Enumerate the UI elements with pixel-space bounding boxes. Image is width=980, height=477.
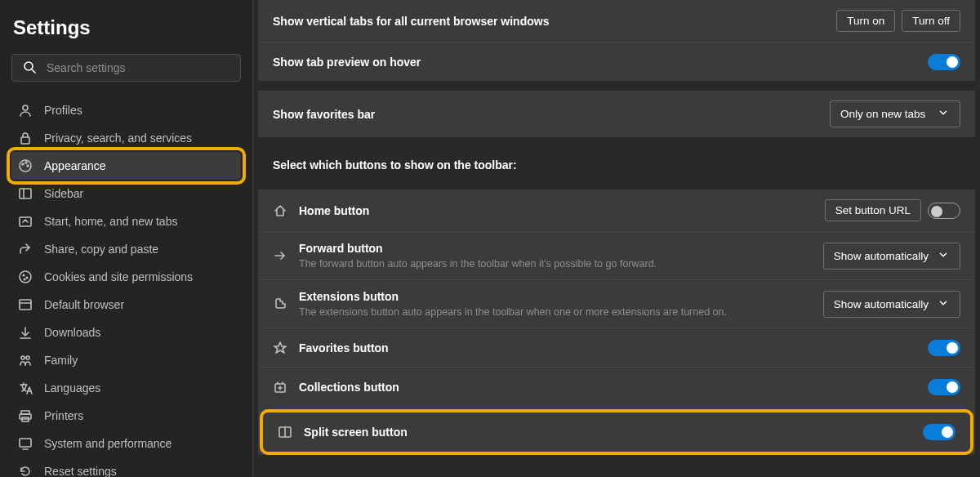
toolbar-row-home-button: Home button Set button URL bbox=[258, 189, 975, 231]
toolbar-buttons-list: Home button Set button URL Forward butto… bbox=[258, 189, 975, 455]
toolbar-row-favorites-button: Favorites button bbox=[258, 328, 975, 367]
star-icon bbox=[273, 341, 287, 355]
row-description: The extensions button auto appears in th… bbox=[299, 306, 812, 318]
tab-preview-toggle[interactable] bbox=[928, 54, 960, 70]
sidebar-item-start-home-and-new-tabs[interactable]: Start, home, and new tabs bbox=[11, 207, 241, 235]
languages-icon bbox=[18, 381, 33, 395]
settings-sidebar: Settings Profiles Privacy, search, and s… bbox=[0, 0, 253, 477]
settings-title: Settings bbox=[13, 16, 241, 39]
row-description: The forward button auto appears in the t… bbox=[299, 258, 812, 270]
favorites-button-toggle[interactable] bbox=[928, 340, 960, 356]
highlight-box: Split screen button bbox=[260, 409, 973, 455]
sidebar-item-label: Profiles bbox=[44, 104, 82, 117]
vertical-tabs-row: Show vertical tabs for all current brows… bbox=[258, 0, 975, 42]
turn-off-button[interactable]: Turn off bbox=[902, 10, 960, 32]
sidebar-item-label: Family bbox=[44, 354, 78, 367]
sidebar-item-reset-settings[interactable]: Reset settings bbox=[11, 457, 241, 477]
forward-icon bbox=[273, 248, 287, 263]
row-title: Home button bbox=[299, 204, 813, 217]
sidebar-item-label: Appearance bbox=[44, 159, 106, 172]
sidebar-item-sidebar[interactable]: Sidebar bbox=[11, 180, 241, 207]
toolbar-section-header: Select which buttons to show on the tool… bbox=[258, 147, 975, 180]
sidebar-item-share-copy-and-paste[interactable]: Share, copy and paste bbox=[11, 235, 241, 263]
split-screen-icon bbox=[278, 425, 292, 439]
turn-on-button[interactable]: Turn on bbox=[836, 10, 895, 32]
system-icon bbox=[18, 436, 33, 451]
sidebar-item-label: Sidebar bbox=[44, 187, 83, 200]
family-icon bbox=[18, 353, 33, 368]
sidebar-item-profiles[interactable]: Profiles bbox=[11, 96, 241, 124]
collections-icon bbox=[273, 380, 287, 395]
download-icon bbox=[18, 325, 33, 340]
sidebar-item-printers[interactable]: Printers bbox=[11, 402, 241, 430]
select-value: Show automatically bbox=[834, 298, 929, 310]
vertical-tabs-label: Show vertical tabs for all current brows… bbox=[273, 15, 825, 28]
favorites-bar-value: Only on new tabs bbox=[840, 108, 925, 120]
sidebar-item-label: Default browser bbox=[44, 298, 124, 311]
lock-icon bbox=[18, 131, 33, 145]
favorites-bar-select[interactable]: Only on new tabs bbox=[830, 100, 960, 127]
search-input[interactable] bbox=[45, 60, 230, 75]
cookie-icon bbox=[18, 270, 33, 284]
sidebar-item-label: System and performance bbox=[44, 437, 172, 450]
select-value: Show automatically bbox=[834, 250, 929, 262]
extensions-icon bbox=[273, 296, 287, 311]
settings-nav: Profiles Privacy, search, and services A… bbox=[11, 96, 241, 477]
sidebar-item-downloads[interactable]: Downloads bbox=[11, 319, 241, 346]
profile-icon bbox=[18, 103, 33, 118]
sidebar-item-cookies-and-site-permissions[interactable]: Cookies and site permissions bbox=[11, 263, 241, 291]
toolbar-row-collections-button: Collections button bbox=[258, 367, 975, 406]
chevron-down-icon bbox=[937, 106, 950, 122]
browser-icon bbox=[18, 297, 33, 312]
search-icon bbox=[22, 60, 37, 77]
row-title: Collections button bbox=[299, 381, 916, 394]
forward-button-select[interactable]: Show automatically bbox=[823, 243, 960, 270]
home-button-toggle[interactable] bbox=[928, 203, 960, 219]
search-settings[interactable] bbox=[11, 54, 241, 82]
set-button-url[interactable]: Set button URL bbox=[825, 199, 921, 221]
sidebar-item-label: Cookies and site permissions bbox=[44, 270, 193, 283]
row-title: Extensions button bbox=[299, 290, 812, 303]
chevron-down-icon bbox=[937, 248, 950, 264]
printer-icon bbox=[18, 408, 33, 423]
sidebar-item-default-browser[interactable]: Default browser bbox=[11, 291, 241, 319]
split-screen-button-toggle[interactable] bbox=[923, 424, 956, 440]
sidebar-item-label: Languages bbox=[44, 381, 100, 395]
toolbar-row-extensions-button: Extensions button The extensions button … bbox=[258, 279, 975, 328]
chevron-down-icon bbox=[937, 296, 950, 312]
tab-preview-row: Show tab preview on hover bbox=[258, 42, 975, 81]
toolbar-row-forward-button: Forward button The forward button auto a… bbox=[258, 231, 975, 279]
sidebar-item-label: Reset settings bbox=[44, 465, 117, 477]
sidebar-item-appearance[interactable]: Appearance bbox=[11, 152, 241, 180]
favorites-bar-row: Show favorites bar Only on new tabs bbox=[258, 91, 975, 137]
share-icon bbox=[18, 242, 33, 256]
extensions-button-select[interactable]: Show automatically bbox=[823, 291, 960, 318]
row-title: Forward button bbox=[299, 242, 812, 255]
open-tab-icon bbox=[18, 214, 33, 229]
collections-button-toggle[interactable] bbox=[928, 379, 960, 395]
home-icon bbox=[273, 203, 287, 218]
toolbar-row-split-screen-button: Split screen button bbox=[263, 412, 970, 452]
sidebar-icon bbox=[18, 186, 33, 201]
settings-main: Show vertical tabs for all current brows… bbox=[253, 0, 980, 477]
reset-icon bbox=[18, 464, 33, 477]
sidebar-item-label: Share, copy and paste bbox=[44, 243, 158, 256]
sidebar-item-label: Printers bbox=[44, 409, 83, 422]
sidebar-item-system-and-performance[interactable]: System and performance bbox=[11, 430, 241, 457]
row-title: Split screen button bbox=[304, 426, 911, 439]
sidebar-item-label: Start, home, and new tabs bbox=[44, 215, 177, 228]
row-title: Favorites button bbox=[299, 341, 916, 354]
palette-icon bbox=[18, 158, 33, 173]
sidebar-item-family[interactable]: Family bbox=[11, 346, 241, 374]
tab-preview-label: Show tab preview on hover bbox=[273, 56, 916, 69]
sidebar-item-label: Privacy, search, and services bbox=[44, 132, 192, 145]
favorites-bar-label: Show favorites bar bbox=[273, 108, 818, 121]
sidebar-item-languages[interactable]: Languages bbox=[11, 374, 241, 402]
sidebar-item-label: Downloads bbox=[44, 326, 100, 339]
